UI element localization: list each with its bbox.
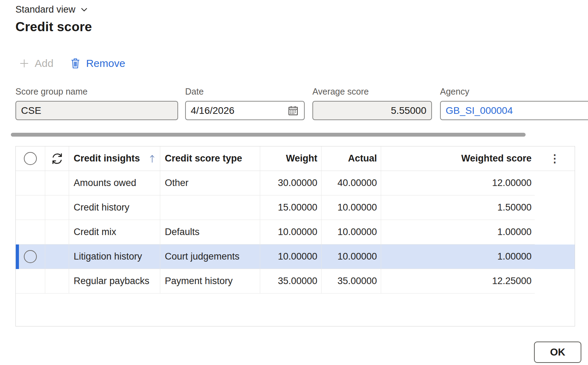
grid-empty-area (16, 294, 575, 326)
cell-weighted-score[interactable]: 1.50000 (381, 195, 535, 220)
agency-label: Agency (440, 87, 588, 97)
cell-credit-insights[interactable]: Credit mix (69, 220, 160, 245)
column-header-credit-insights-label: Credit insights (74, 153, 140, 164)
chevron-down-icon (80, 5, 89, 14)
cell-weighted-score[interactable]: 12.00000 (381, 171, 535, 195)
view-selector-label: Standard view (15, 4, 75, 15)
table-row[interactable]: Credit history 15.00000 10.00000 1.50000 (16, 195, 575, 220)
row-filler (535, 220, 575, 245)
toolbar: Add Remove (19, 57, 125, 69)
refresh-icon[interactable] (50, 152, 64, 165)
date-value: 4/16/2026 (191, 105, 235, 116)
row-filler (535, 171, 575, 195)
column-header-credit-score-type-label: Credit score type (165, 153, 242, 164)
score-group-name-label: Score group name (15, 87, 178, 97)
average-score-label: Average score (312, 87, 432, 97)
select-all-radio[interactable] (24, 152, 37, 165)
grid-header-filler: ⋮ (535, 146, 575, 171)
average-score-value: 5.55000 (391, 105, 426, 116)
cell-actual[interactable]: 10.00000 (322, 220, 381, 245)
row-filler (535, 245, 575, 269)
page-title: Credit score (15, 20, 92, 34)
cell-weight[interactable]: 10.00000 (260, 245, 322, 269)
add-icon (19, 58, 29, 69)
column-header-weighted-score-label: Weighted score (461, 153, 532, 164)
row-select-cell[interactable] (16, 269, 45, 294)
row-refresh-cell (45, 195, 69, 220)
average-score-field: Average score 5.55000 (312, 87, 432, 120)
column-options-icon[interactable]: ⋮ (549, 153, 560, 164)
column-header-actual[interactable]: Actual (322, 146, 381, 171)
trash-icon (70, 58, 81, 69)
cell-weight[interactable]: 15.00000 (260, 195, 322, 220)
cell-weighted-score[interactable]: 12.25000 (381, 269, 535, 294)
table-row[interactable]: Regular paybacks Payment history 35.0000… (16, 269, 575, 294)
cell-weight[interactable]: 10.00000 (260, 220, 322, 245)
column-header-credit-insights[interactable]: Credit insights (69, 146, 160, 171)
row-select-cell[interactable] (16, 171, 45, 195)
row-select-cell[interactable] (16, 245, 45, 269)
cell-credit-score-type[interactable]: Defaults (160, 220, 260, 245)
row-refresh-cell (45, 269, 69, 294)
table-row-selected[interactable]: Litigation history Court judgements 10.0… (16, 245, 575, 269)
table-row[interactable]: Credit mix Defaults 10.00000 10.00000 1.… (16, 220, 575, 245)
score-group-name-input: CSE (15, 101, 178, 120)
calendar-icon[interactable] (287, 105, 299, 117)
date-input[interactable]: 4/16/2026 (185, 101, 305, 120)
row-select-cell[interactable] (16, 195, 45, 220)
cell-actual[interactable]: 35.00000 (322, 269, 381, 294)
date-label: Date (185, 87, 305, 97)
remove-button[interactable]: Remove (70, 57, 125, 69)
cell-credit-score-type[interactable]: Payment history (160, 269, 260, 294)
row-filler (535, 195, 575, 220)
column-header-actual-label: Actual (348, 153, 377, 164)
cell-weighted-score[interactable]: 1.00000 (381, 245, 535, 269)
column-header-credit-score-type[interactable]: Credit score type (160, 146, 260, 171)
score-group-name-field: Score group name CSE (15, 87, 178, 120)
row-select-cell[interactable] (16, 220, 45, 245)
agency-link[interactable]: GB_SI_000004 (446, 105, 513, 116)
row-radio[interactable] (24, 250, 37, 263)
ok-button[interactable]: OK (534, 342, 581, 363)
column-header-weighted-score[interactable]: Weighted score (381, 146, 535, 171)
cell-weight[interactable]: 35.00000 (260, 269, 322, 294)
cell-credit-insights[interactable]: Credit history (69, 195, 160, 220)
column-header-weight-label: Weight (286, 153, 318, 164)
grid-header-row: Credit insights Credit score type Weight… (16, 146, 575, 171)
add-button-label: Add (35, 57, 53, 69)
row-refresh-cell (45, 171, 69, 195)
add-button[interactable]: Add (19, 57, 53, 69)
grid-body: Amounts owed Other 30.00000 40.00000 12.… (16, 171, 575, 326)
cell-weighted-score[interactable]: 1.00000 (381, 220, 535, 245)
view-selector[interactable]: Standard view (15, 4, 89, 15)
date-field: Date 4/16/2026 (185, 87, 305, 120)
credit-score-grid: Credit insights Credit score type Weight… (15, 146, 575, 326)
agency-input[interactable]: GB_SI_000004 (440, 101, 588, 120)
refresh-cell[interactable] (45, 146, 69, 171)
row-refresh-cell (45, 220, 69, 245)
cell-actual[interactable]: 10.00000 (322, 245, 381, 269)
cell-actual[interactable]: 40.00000 (322, 171, 381, 195)
cell-credit-insights[interactable]: Litigation history (69, 245, 160, 269)
cell-weight[interactable]: 30.00000 (260, 171, 322, 195)
row-refresh-cell (45, 245, 69, 269)
row-filler (535, 269, 575, 294)
remove-button-label: Remove (86, 57, 125, 69)
cell-credit-score-type[interactable]: Court judgements (160, 245, 260, 269)
horizontal-scrollbar[interactable] (11, 133, 526, 137)
average-score-input: 5.55000 (312, 101, 432, 120)
column-header-weight[interactable]: Weight (260, 146, 322, 171)
table-row[interactable]: Amounts owed Other 30.00000 40.00000 12.… (16, 171, 575, 195)
cell-credit-insights[interactable]: Regular paybacks (69, 269, 160, 294)
cell-credit-insights[interactable]: Amounts owed (69, 171, 160, 195)
cell-credit-score-type[interactable] (160, 195, 260, 220)
agency-field: Agency GB_SI_000004 (440, 87, 588, 120)
select-all-cell[interactable] (16, 146, 45, 171)
cell-credit-score-type[interactable]: Other (160, 171, 260, 195)
cell-actual[interactable]: 10.00000 (322, 195, 381, 220)
sort-ascending-icon (148, 154, 160, 164)
score-group-name-value: CSE (21, 105, 41, 116)
